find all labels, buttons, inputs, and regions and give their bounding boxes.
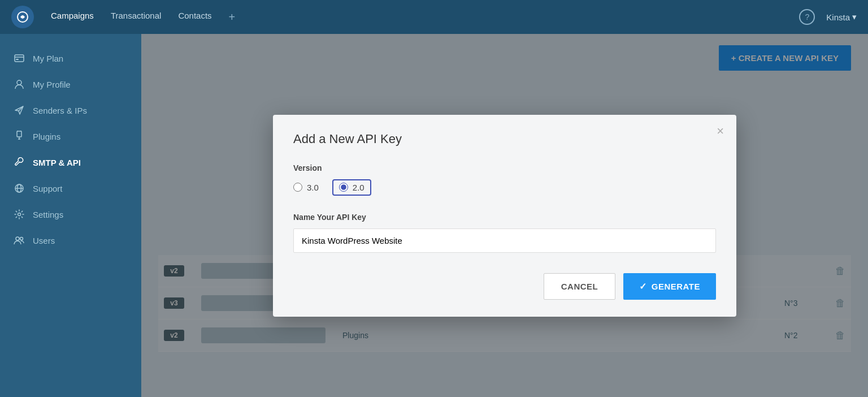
version-field-label: Version [293, 163, 716, 172]
nav-add[interactable]: + [229, 8, 236, 26]
api-key-name-input[interactable] [293, 228, 716, 253]
sidebar-label-settings: Settings [33, 210, 63, 219]
sidebar: My Plan My Profile Senders & IPs [0, 34, 141, 397]
user-menu[interactable]: Kinsta ▾ [826, 12, 857, 22]
app-layout: My Plan My Profile Senders & IPs [0, 34, 868, 397]
sidebar-label-my-profile: My Profile [33, 80, 71, 89]
sidebar-label-senders-ips: Senders & IPs [33, 106, 87, 115]
sidebar-label-support: Support [33, 184, 63, 193]
modal-overlay: Add a New API Key × Version 3.0 2.0 [141, 34, 868, 397]
radio-v2[interactable]: 2.0 [332, 179, 371, 196]
users-icon [14, 235, 25, 246]
svg-point-12 [18, 213, 21, 216]
radio-label-v2: 2.0 [353, 183, 364, 192]
cancel-button[interactable]: CANCEL [544, 273, 616, 300]
logo[interactable] [11, 6, 34, 28]
radio-input-v3[interactable] [293, 183, 302, 192]
radio-label-v3: 3.0 [307, 183, 319, 192]
nav-transactional[interactable]: Transactional [111, 8, 162, 26]
paper-plane-icon [14, 105, 25, 116]
sidebar-item-smtp-api[interactable]: SMTP & API [0, 149, 141, 175]
sidebar-item-my-plan[interactable]: My Plan [0, 45, 141, 71]
svg-rect-3 [16, 59, 19, 60]
user-label: Kinsta [826, 12, 850, 22]
card-icon [14, 53, 25, 64]
chevron-down-icon: ▾ [852, 12, 857, 22]
sidebar-item-senders-ips[interactable]: Senders & IPs [0, 97, 141, 123]
sidebar-label-my-plan: My Plan [33, 54, 63, 63]
sidebar-label-users: Users [33, 236, 55, 245]
nav-contacts[interactable]: Contacts [178, 8, 211, 26]
version-radio-group: 3.0 2.0 [293, 179, 716, 196]
sidebar-item-users[interactable]: Users [0, 227, 141, 253]
generate-label: GENERATE [652, 282, 700, 291]
main-content: + CREATE A NEW API KEY v2 rPress Site 🗑 … [141, 34, 868, 397]
modal-close-button[interactable]: × [717, 125, 724, 137]
nav-campaigns[interactable]: Campaigns [51, 8, 94, 26]
sidebar-item-support[interactable]: Support [0, 175, 141, 201]
globe-icon [14, 183, 25, 194]
plug-icon [14, 131, 25, 142]
name-field-label: Name Your API Key [293, 213, 716, 222]
modal-dialog: Add a New API Key × Version 3.0 2.0 [273, 115, 736, 317]
sidebar-label-smtp-api: SMTP & API [33, 158, 81, 167]
svg-point-13 [16, 237, 19, 240]
svg-rect-1 [15, 55, 24, 62]
radio-v3[interactable]: 3.0 [293, 183, 319, 192]
sidebar-item-my-profile[interactable]: My Profile [0, 71, 141, 97]
sidebar-label-plugins: Plugins [33, 132, 60, 141]
user-icon [14, 79, 25, 90]
nav-right: ? Kinsta ▾ [799, 9, 857, 25]
gear-icon [14, 209, 25, 220]
sidebar-item-settings[interactable]: Settings [0, 201, 141, 227]
radio-input-v2[interactable] [339, 183, 348, 192]
svg-point-4 [17, 80, 21, 85]
help-button[interactable]: ? [799, 9, 815, 25]
svg-point-14 [20, 238, 23, 240]
checkmark-icon: ✓ [639, 281, 647, 292]
sidebar-item-plugins[interactable]: Plugins [0, 123, 141, 149]
wrench-icon [14, 157, 25, 168]
modal-footer: CANCEL ✓ GENERATE [293, 273, 716, 300]
top-navigation: Campaigns Transactional Contacts + ? Kin… [0, 0, 868, 34]
nav-links: Campaigns Transactional Contacts + [51, 8, 799, 26]
modal-title: Add a New API Key [293, 132, 716, 146]
svg-rect-6 [17, 131, 21, 137]
generate-button[interactable]: ✓ GENERATE [623, 273, 716, 300]
